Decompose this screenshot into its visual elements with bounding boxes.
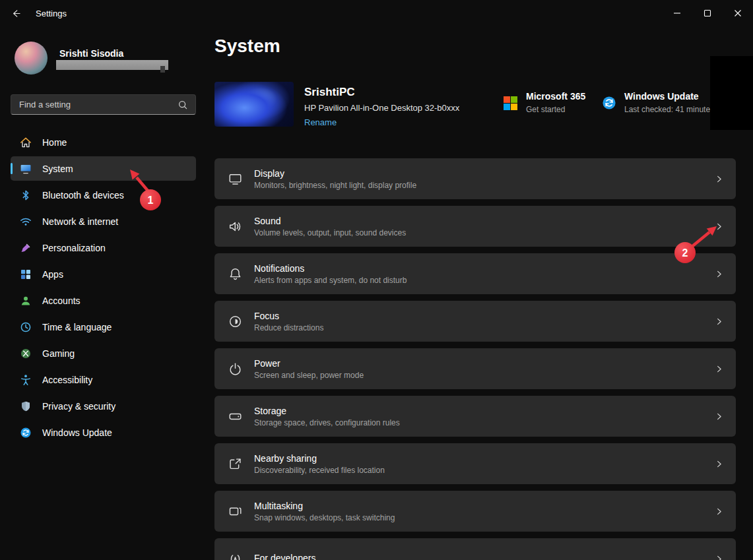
sidebar-item-time-language[interactable]: Time & language [11, 315, 196, 339]
windows-update-icon [601, 95, 617, 111]
settings-window: Settings Srishti Sisodia [0, 0, 753, 560]
sidebar-item-personalization[interactable]: Personalization [11, 235, 196, 260]
chevron-right-icon [714, 364, 724, 374]
sidebar-item-label: Apps [42, 269, 63, 280]
page-title: System [214, 36, 280, 57]
update-icon [19, 426, 32, 439]
rename-link[interactable]: Rename [304, 117, 337, 127]
person-icon [19, 294, 32, 307]
close-button[interactable] [723, 0, 753, 26]
search-box[interactable] [11, 94, 196, 115]
multitask-icon [228, 504, 243, 519]
row-subtitle: Discoverability, received files location [254, 466, 385, 475]
chevron-right-icon [714, 222, 724, 232]
minimize-icon [672, 8, 682, 18]
user-name[interactable]: Srishti Sisodia [59, 48, 123, 59]
user-avatar[interactable] [15, 42, 48, 75]
sidebar-item-network-internet[interactable]: Network & internet [11, 209, 196, 233]
sidebar-item-accessibility[interactable]: Accessibility [11, 367, 196, 392]
settings-row-focus[interactable]: Focus Reduce distractions [214, 301, 736, 342]
sidebar-item-label: Home [42, 137, 67, 148]
sidebar-item-system[interactable]: System [11, 156, 196, 181]
sidebar-item-accounts[interactable]: Accounts [11, 288, 196, 313]
xbox-icon [19, 347, 32, 360]
microsoft-logo-icon [504, 96, 517, 110]
sidebar-nav: Home System Bluetooth & devices Network … [11, 130, 196, 447]
device-name: SrishtiPC [304, 86, 355, 99]
chevron-right-icon [714, 459, 724, 469]
microsoft-365-card[interactable]: Microsoft 365 Get started [504, 91, 585, 114]
sidebar-item-home[interactable]: Home [11, 130, 196, 154]
row-title: Notifications [254, 263, 407, 274]
sidebar-item-label: System [42, 164, 73, 174]
back-arrow-icon [11, 8, 22, 19]
microsoft-365-title: Microsoft 365 [526, 91, 585, 102]
row-title: Multitasking [254, 501, 395, 511]
sidebar-item-apps[interactable]: Apps [11, 262, 196, 286]
chevron-right-icon [714, 507, 724, 516]
row-subtitle: Screen and sleep, power mode [254, 371, 364, 380]
sidebar-item-windows-update[interactable]: Windows Update [11, 420, 196, 445]
titlebar: Settings [0, 0, 753, 26]
settings-row-notifications[interactable]: Notifications Alerts from apps and syste… [214, 253, 736, 294]
row-title: Power [254, 358, 364, 369]
back-button[interactable] [0, 0, 32, 26]
apps-icon [19, 268, 32, 281]
settings-row-storage[interactable]: Storage Storage space, drives, configura… [214, 396, 736, 437]
settings-row-sound[interactable]: Sound Volume levels, output, input, soun… [214, 206, 736, 247]
sidebar-item-label: Network & internet [42, 216, 118, 227]
settings-row-display[interactable]: Display Monitors, brightness, night ligh… [214, 158, 736, 199]
row-subtitle: Storage space, drives, configuration rul… [254, 418, 400, 427]
settings-row-power[interactable]: Power Screen and sleep, power mode [214, 348, 736, 389]
sidebar-item-label: Time & language [42, 322, 112, 332]
sidebar-item-label: Personalization [42, 243, 106, 253]
sidebar-item-privacy-security[interactable]: Privacy & security [11, 394, 196, 418]
maximize-button[interactable] [692, 0, 723, 26]
home-icon [19, 136, 32, 149]
share-icon [228, 456, 243, 472]
sidebar-item-label: Accounts [42, 296, 81, 306]
brush-icon [19, 241, 32, 255]
power-icon [228, 361, 243, 377]
maximize-icon [702, 8, 713, 18]
settings-row-for-developers[interactable]: For developers [214, 538, 736, 560]
shield-icon [19, 400, 32, 413]
sidebar-item-label: Windows Update [42, 427, 112, 438]
chevron-right-icon [714, 554, 724, 560]
code-icon [228, 551, 243, 560]
redacted-region [710, 56, 753, 130]
sidebar-item-label: Accessibility [42, 375, 92, 385]
accessibility-icon [19, 373, 32, 387]
display-icon [228, 171, 243, 187]
row-title: Focus [254, 311, 323, 321]
system-icon [19, 162, 32, 175]
minimize-button[interactable] [662, 0, 692, 26]
sidebar-item-label: Gaming [42, 348, 75, 359]
settings-rows: Display Monitors, brightness, night ligh… [214, 158, 736, 560]
bluetooth-icon [19, 189, 32, 202]
search-icon[interactable] [177, 99, 189, 111]
sidebar-item-label: Bluetooth & devices [42, 190, 124, 201]
settings-row-multitasking[interactable]: Multitasking Snap windows, desktops, tas… [214, 491, 736, 532]
search-input[interactable] [11, 100, 177, 109]
row-subtitle: Volume levels, output, input, sound devi… [254, 228, 406, 237]
sidebar: Srishti Sisodia Home System [0, 26, 206, 560]
storage-icon [228, 409, 243, 424]
clock-icon [19, 321, 32, 334]
row-title: Display [254, 168, 416, 179]
chevron-right-icon [714, 412, 724, 421]
main-content: System SrishtiPC HP Pavilion All-in-One … [214, 26, 736, 560]
row-subtitle: Reduce distractions [254, 323, 323, 332]
sidebar-item-gaming[interactable]: Gaming [11, 341, 196, 365]
chevron-right-icon [714, 174, 724, 184]
sidebar-item-bluetooth-devices[interactable]: Bluetooth & devices [11, 183, 196, 207]
device-wallpaper-thumbnail [214, 82, 294, 127]
device-model: HP Pavilion All-in-One Desktop 32-b0xxx [304, 103, 459, 113]
redacted-email [56, 60, 168, 70]
settings-row-nearby-sharing[interactable]: Nearby sharing Discoverability, received… [214, 443, 736, 484]
row-title: Storage [254, 406, 400, 416]
row-title: Sound [254, 216, 406, 226]
chevron-right-icon [714, 269, 724, 279]
sidebar-item-label: Privacy & security [42, 401, 115, 412]
row-subtitle: Snap windows, desktops, task switching [254, 513, 395, 522]
